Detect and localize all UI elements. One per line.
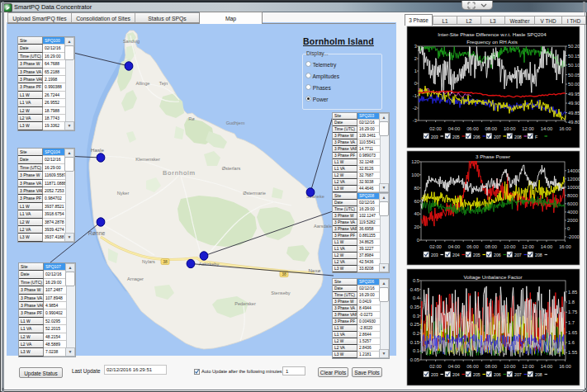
svg-text:Nylars: Nylars (142, 259, 155, 264)
svg-text:40: 40 (414, 211, 419, 216)
svg-text:1.7: 1.7 (568, 320, 575, 325)
svg-text:206: 206 (473, 135, 480, 139)
svg-text:Pedersker: Pedersker (234, 301, 256, 306)
svg-text:Rø: Rø (188, 116, 195, 121)
svg-text:0.3: 0.3 (413, 314, 419, 319)
svg-text:-3: -3 (413, 118, 417, 123)
svg-text:04:00: 04:00 (448, 126, 461, 131)
svg-text:0.2: 0.2 (413, 331, 419, 336)
svg-text:205: 205 (473, 372, 480, 377)
svg-text:204: 204 (452, 372, 460, 377)
svg-text:1.8: 1.8 (568, 300, 575, 305)
svg-text:Voltage Unbalance Factor: Voltage Unbalance Factor (463, 274, 522, 280)
svg-text:Klemensker: Klemensker (135, 157, 160, 162)
svg-text:04:00: 04:00 (448, 244, 461, 249)
svg-text:Nexø: Nexø (309, 267, 321, 273)
svg-text:10000: 10000 (567, 185, 580, 190)
svg-text:0: 0 (414, 81, 417, 86)
svg-text:0.35: 0.35 (410, 305, 419, 309)
svg-text:0.45: 0.45 (410, 287, 419, 292)
svg-text:0.25: 0.25 (410, 322, 419, 327)
svg-text:Østermarie: Østermarie (243, 191, 266, 196)
svg-text:-1: -1 (413, 93, 417, 98)
svg-text:16:00: 16:00 (559, 244, 571, 249)
svg-text:Tejn: Tejn (159, 81, 168, 86)
svg-text:0.1: 0.1 (413, 348, 419, 353)
svg-text:Inter-Site Phase Difference w.: Inter-Site Phase Difference w.r.t. Hasle… (438, 31, 547, 37)
svg-text:1.65: 1.65 (568, 330, 577, 335)
svg-text:1: 1 (414, 68, 417, 73)
svg-text:Hasle: Hasle (91, 147, 104, 153)
svg-text:2: 2 (414, 56, 417, 61)
svg-text:14:00: 14:00 (541, 244, 553, 249)
svg-text:16:00: 16:00 (559, 126, 571, 131)
svg-text:06:00: 06:00 (466, 126, 479, 131)
svg-text:203: 203 (431, 253, 438, 257)
svg-text:-2000: -2000 (567, 234, 580, 239)
svg-text:-2: -2 (413, 106, 417, 111)
svg-text:49.90: 49.90 (568, 101, 580, 106)
svg-text:Stenseby: Stenseby (271, 290, 291, 295)
svg-text:2000: 2000 (567, 218, 578, 223)
svg-text:3: 3 (414, 44, 417, 49)
svg-text:0: 0 (567, 226, 570, 231)
svg-text:1.6: 1.6 (568, 340, 575, 345)
svg-text:1.55: 1.55 (568, 350, 577, 355)
svg-text:208: 208 (535, 253, 542, 257)
svg-text:Gudhjem: Gudhjem (226, 120, 245, 125)
svg-text:206: 206 (494, 372, 501, 377)
svg-text:16:00: 16:00 (559, 364, 571, 369)
svg-text:207: 207 (514, 372, 522, 377)
svg-text:14:00: 14:00 (541, 364, 553, 369)
svg-text:80: 80 (414, 186, 419, 191)
svg-text:206: 206 (494, 253, 501, 257)
svg-text:Sandvig: Sandvig (123, 39, 140, 44)
svg-text:0.5: 0.5 (413, 278, 419, 283)
svg-text:50.05: 50.05 (568, 73, 580, 78)
svg-text:38: 38 (282, 272, 286, 276)
svg-text:0.05: 0.05 (410, 357, 419, 362)
svg-text:50.15: 50.15 (568, 54, 580, 59)
svg-text:207: 207 (494, 135, 501, 139)
svg-text:Bornholm: Bornholm (163, 169, 196, 177)
svg-text:08:00: 08:00 (485, 126, 498, 131)
svg-text:Aarsdale: Aarsdale (314, 224, 332, 229)
svg-text:120: 120 (411, 159, 419, 164)
svg-text:0.15: 0.15 (410, 340, 419, 345)
svg-text:0: 0 (417, 238, 419, 243)
svg-text:Østerlars: Østerlars (222, 166, 241, 171)
svg-text:208: 208 (535, 372, 542, 377)
svg-text:205: 205 (473, 253, 480, 257)
svg-text:203: 203 (431, 135, 438, 139)
svg-text:4000: 4000 (567, 210, 578, 215)
svg-text:12:00: 12:00 (522, 126, 534, 131)
svg-text:Allinge: Allinge (136, 81, 150, 86)
svg-text:3 Phase Power: 3 Phase Power (476, 153, 510, 159)
svg-text:02:00: 02:00 (429, 364, 442, 369)
svg-text:49.80: 49.80 (568, 120, 580, 125)
svg-text:50.20: 50.20 (568, 44, 580, 49)
svg-text:12000: 12000 (567, 177, 580, 182)
svg-text:60: 60 (414, 199, 419, 204)
svg-text:06:00: 06:00 (466, 244, 479, 249)
svg-text:10:00: 10:00 (504, 364, 516, 369)
svg-text:8000: 8000 (567, 193, 578, 198)
svg-text:50.00: 50.00 (568, 82, 580, 87)
svg-text:100: 100 (411, 172, 419, 177)
svg-text:06:00: 06:00 (466, 364, 479, 369)
svg-text:20: 20 (414, 224, 419, 229)
svg-text:49.85: 49.85 (568, 111, 580, 116)
svg-text:49.95: 49.95 (568, 92, 580, 97)
svg-text:207: 207 (514, 253, 522, 257)
svg-text:38: 38 (163, 259, 168, 264)
svg-text:208: 208 (514, 135, 522, 139)
svg-text:08:00: 08:00 (485, 244, 498, 249)
svg-text:04:00: 04:00 (448, 364, 461, 369)
svg-text:08:00: 08:00 (485, 364, 498, 369)
svg-text:6000: 6000 (567, 201, 578, 206)
svg-text:Frequency on RH Axis: Frequency on RH Axis (466, 39, 518, 45)
svg-text:12:00: 12:00 (522, 364, 534, 369)
svg-text:1.85: 1.85 (568, 290, 577, 295)
svg-text:204: 204 (452, 253, 460, 257)
svg-text:203: 203 (431, 372, 438, 377)
